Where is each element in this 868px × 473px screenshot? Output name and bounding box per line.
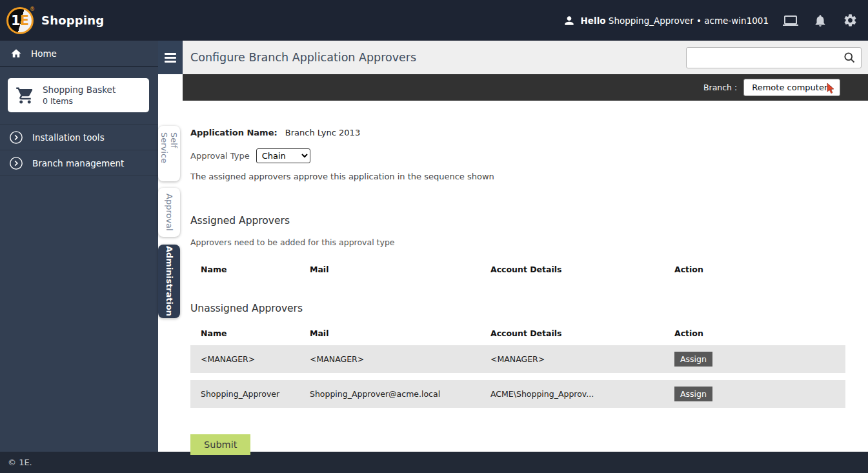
sidebar-item-installation-tools[interactable]: Installation tools	[0, 125, 158, 150]
column-header-account: Account Details	[490, 328, 674, 338]
row-mail: <MANAGER>	[310, 354, 490, 364]
notifications-bell-icon[interactable]	[812, 13, 828, 28]
devices-icon[interactable]	[783, 13, 798, 28]
cart-icon	[15, 86, 35, 105]
sidebar: Home Shopping Basket 0 Items Installatio…	[0, 41, 158, 452]
row-name: Shopping_Approver	[201, 389, 310, 399]
tab-administration[interactable]: Administration	[158, 245, 180, 318]
search-input[interactable]	[686, 47, 862, 68]
column-header-name: Name	[201, 328, 310, 338]
user-icon	[563, 14, 576, 27]
assigned-table-header: Name Mail Account Details Action	[190, 265, 845, 274]
chevron-circle-icon	[9, 156, 23, 170]
brand-logo[interactable]: 1 E ®	[6, 7, 34, 34]
settings-gear-icon[interactable]	[842, 13, 858, 28]
app-window: 1 E ® Shopping Hello Shopping_Approver •…	[0, 0, 868, 473]
main-panel: Configure Branch Application Approvers B	[158, 41, 868, 452]
approval-type-select[interactable]: Chain	[256, 148, 310, 163]
tab-approval[interactable]: Approval	[158, 188, 180, 237]
home-icon	[10, 48, 22, 59]
column-header-name: Name	[201, 265, 310, 274]
column-header-account: Account Details	[490, 265, 674, 274]
vertical-tab-rail: Self Service Approval Administration	[158, 101, 183, 452]
unassigned-approvers-title: Unassigned Approvers	[190, 303, 845, 314]
page-header-bar: Configure Branch Application Approvers	[183, 41, 868, 74]
logo-text-1: 1	[11, 13, 21, 28]
column-header-action: Action	[674, 328, 845, 338]
sequence-note: The assigned approvers approve this appl…	[190, 172, 845, 181]
search-icon[interactable]	[843, 51, 856, 66]
chevron-circle-icon	[9, 130, 23, 145]
table-row: Shopping_Approver Shopping_Approver@acme…	[190, 380, 845, 408]
registered-mark: ®	[30, 6, 35, 12]
application-name-line: Application Name: Branch Lync 2013	[190, 128, 845, 137]
greeting-user: Shopping_Approver • acme-win1001	[609, 15, 769, 26]
menu-toggle-button[interactable]	[158, 41, 183, 74]
shopping-basket-card[interactable]: Shopping Basket 0 Items	[8, 78, 149, 112]
tab-self-service[interactable]: Self Service	[158, 126, 180, 181]
branch-bar: Branch : Remote computers	[183, 74, 868, 101]
row-mail: Shopping_Approver@acme.local	[310, 389, 490, 399]
hamburger-icon	[165, 51, 176, 65]
branch-label: Branch :	[703, 83, 737, 92]
copyright-text: © 1E.	[8, 458, 32, 467]
unassigned-table-header: Name Mail Account Details Action	[190, 328, 845, 338]
topbar: 1 E ® Shopping Hello Shopping_Approver •…	[0, 0, 868, 41]
sidebar-home-label: Home	[31, 48, 57, 59]
basket-count: 0 Items	[43, 96, 116, 106]
column-header-mail: Mail	[310, 328, 490, 338]
row-name: <MANAGER>	[201, 354, 310, 364]
sidebar-item-home[interactable]: Home	[0, 41, 158, 67]
sidebar-item-label: Installation tools	[32, 132, 105, 143]
column-header-mail: Mail	[310, 265, 490, 274]
content-area: Application Name: Branch Lync 2013 Appro…	[183, 101, 868, 452]
assign-button[interactable]: Assign	[674, 352, 712, 367]
page-title: Configure Branch Application Approvers	[190, 51, 416, 64]
greeting-hello: Hello	[581, 15, 606, 26]
sidebar-item-label: Branch management	[32, 158, 124, 168]
basket-title: Shopping Basket	[43, 85, 116, 95]
assigned-empty-note: Approvers need to be added for this appr…	[190, 237, 845, 247]
table-row: <MANAGER> <MANAGER> <MANAGER> Assign	[190, 345, 845, 373]
app-title: Shopping	[41, 14, 104, 27]
column-header-action: Action	[674, 265, 845, 274]
approval-type-label: Approval Type	[190, 151, 250, 161]
assigned-approvers-title: Assigned Approvers	[190, 215, 845, 226]
assign-button[interactable]: Assign	[674, 387, 712, 401]
application-name-value: Branch Lync 2013	[285, 128, 360, 137]
application-name-label: Application Name:	[190, 128, 278, 137]
branch-bar-spacer	[158, 74, 183, 101]
row-account: ACME\Shopping_Approv...	[490, 389, 674, 399]
sidebar-item-branch-management[interactable]: Branch management	[0, 150, 158, 176]
row-account: <MANAGER>	[490, 354, 674, 364]
branch-selector-button[interactable]: Remote computers	[743, 79, 840, 96]
logo-text-e: E	[20, 13, 29, 28]
submit-button[interactable]: Submit	[190, 434, 250, 455]
user-greeting[interactable]: Hello Shopping_Approver • acme-win1001	[563, 14, 769, 27]
